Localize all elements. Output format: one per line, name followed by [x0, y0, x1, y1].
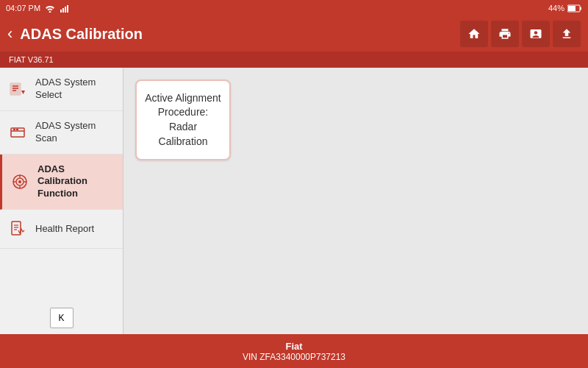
adas-scan-icon: [7, 122, 28, 143]
footer: Fiat VIN ZFA3340000P737213: [0, 334, 588, 368]
sidebar-item-health-report[interactable]: Health Report: [0, 210, 123, 249]
svg-rect-0: [60, 10, 62, 13]
footer-vin: VIN ZFA3340000P737213: [243, 352, 345, 362]
status-bar: 04:07 PM 44%: [0, 0, 588, 16]
svg-rect-14: [13, 129, 15, 130]
export-button[interactable]: [553, 21, 581, 47]
sub-header: FIAT V36.71: [0, 52, 588, 68]
version-label: FIAT V36.71: [9, 55, 54, 64]
app-header: ‹ ADAS Calibration: [0, 16, 588, 52]
svg-rect-2: [65, 7, 66, 13]
sidebar-item-adas-calibration-function[interactable]: ADAS Calibration Function: [0, 155, 123, 210]
main-layout: ADAS System Select ADAS System Scan ADAS…: [0, 68, 588, 334]
sidebar: ADAS System Select ADAS System Scan ADAS…: [0, 68, 123, 334]
battery-icon: [567, 4, 582, 13]
sidebar-label-health-report: Health Report: [35, 223, 94, 236]
footer-brand: Fiat: [285, 341, 302, 352]
svg-rect-3: [67, 5, 68, 13]
id-button[interactable]: [522, 21, 550, 47]
content-grid: Active Alignment Procedure: Radar Calibr…: [135, 79, 576, 160]
home-icon: [467, 27, 481, 40]
health-report-icon: [7, 219, 28, 239]
page-title: ADAS Calibration: [20, 26, 460, 43]
print-button[interactable]: [491, 21, 519, 47]
sidebar-label-adas-calibration-function: ADAS Calibration Function: [37, 163, 115, 201]
svg-point-18: [18, 180, 21, 183]
card-label: Active Alignment Procedure: Radar Calibr…: [144, 91, 222, 149]
signal-icon: [60, 4, 70, 13]
content-area: Active Alignment Procedure: Radar Calibr…: [123, 68, 588, 334]
header-icon-group: [460, 21, 581, 47]
svg-rect-7: [10, 83, 21, 95]
status-right: 44%: [548, 4, 582, 13]
collapse-button[interactable]: K: [50, 308, 74, 328]
sidebar-spacer: [0, 249, 123, 302]
status-left: 04:07 PM: [6, 4, 70, 13]
id-icon: [529, 27, 542, 40]
print-icon: [498, 27, 512, 40]
adas-calibration-icon: [10, 171, 30, 192]
home-button[interactable]: [460, 21, 488, 47]
svg-rect-5: [580, 7, 581, 10]
svg-rect-15: [16, 129, 18, 130]
back-button[interactable]: ‹: [7, 24, 12, 43]
sidebar-item-adas-system-scan[interactable]: ADAS System Scan: [0, 111, 123, 155]
svg-rect-1: [62, 8, 64, 13]
list-item[interactable]: Active Alignment Procedure: Radar Calibr…: [135, 79, 231, 160]
export-icon: [560, 27, 573, 40]
svg-rect-6: [568, 6, 576, 11]
sidebar-item-adas-system-select[interactable]: ADAS System Select: [0, 68, 123, 111]
svg-marker-11: [21, 91, 25, 94]
wifi-icon: [45, 4, 55, 13]
time-display: 04:07 PM: [6, 4, 40, 13]
sidebar-label-adas-system-select: ADAS System Select: [35, 77, 115, 102]
sidebar-bottom: K: [0, 302, 123, 334]
sidebar-label-adas-system-scan: ADAS System Scan: [35, 120, 115, 145]
battery-level: 44%: [548, 4, 564, 13]
collapse-label: K: [58, 313, 64, 323]
adas-select-icon: [7, 79, 28, 99]
